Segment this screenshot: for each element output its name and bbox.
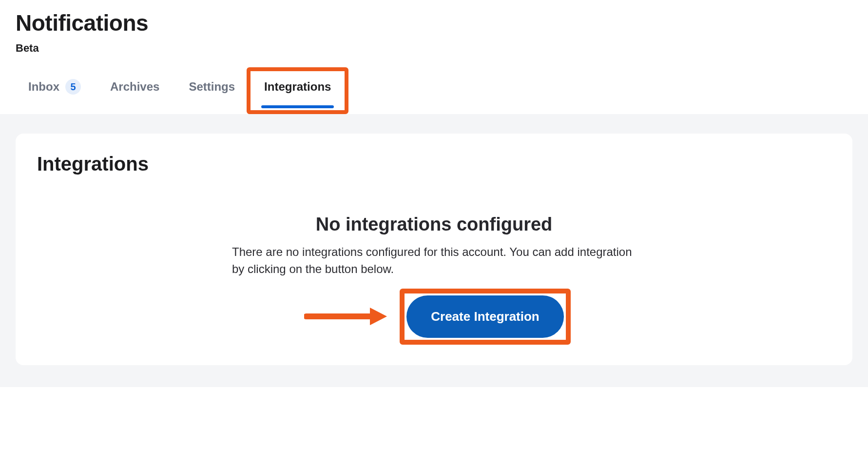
page-title: Notifications bbox=[16, 10, 852, 36]
inbox-count-badge: 5 bbox=[65, 79, 81, 95]
create-integration-button[interactable]: Create Integration bbox=[406, 295, 564, 338]
tab-archives[interactable]: Archives bbox=[107, 74, 162, 99]
action-row: Create Integration bbox=[232, 295, 636, 338]
panel-title: Integrations bbox=[37, 153, 831, 175]
tab-integrations[interactable]: Integrations bbox=[261, 74, 334, 99]
cta-wrap: Create Integration bbox=[406, 295, 564, 338]
tab-settings-label: Settings bbox=[189, 80, 235, 94]
tab-inbox-label: Inbox bbox=[28, 80, 59, 94]
content-area: Integrations No integrations configured … bbox=[0, 114, 868, 387]
tabs: Inbox 5 Archives Settings Integrations bbox=[16, 74, 852, 99]
empty-state-title: No integrations configured bbox=[232, 214, 636, 235]
tab-integrations-label: Integrations bbox=[264, 80, 331, 94]
tab-inbox[interactable]: Inbox 5 bbox=[25, 74, 84, 99]
integrations-panel: Integrations No integrations configured … bbox=[16, 134, 852, 365]
tab-settings[interactable]: Settings bbox=[186, 74, 238, 99]
page-subtitle: Beta bbox=[16, 42, 852, 55]
empty-state: No integrations configured There are no … bbox=[37, 214, 831, 338]
svg-marker-1 bbox=[370, 308, 387, 325]
tab-underline bbox=[261, 105, 334, 108]
arrow-right-icon bbox=[304, 307, 387, 326]
tab-archives-label: Archives bbox=[110, 80, 159, 94]
empty-state-description: There are no integrations configured for… bbox=[232, 244, 636, 278]
page-header: Notifications Beta Inbox 5 Archives Sett… bbox=[0, 0, 868, 99]
